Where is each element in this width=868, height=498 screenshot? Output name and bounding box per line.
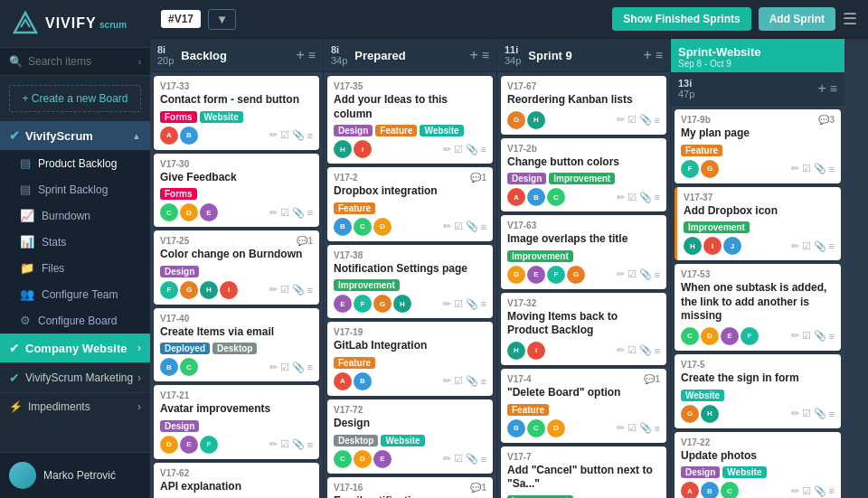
card-V17-7[interactable]: V17-7 Add "Cancel" button next to "Sa...… (501, 446, 666, 498)
sidebar-item-product-backlog[interactable]: ▤ Product Backlog (0, 150, 150, 176)
menu-icon: ≡ (655, 345, 660, 356)
card-V17-21[interactable]: V17-21 Avatar improvements Design DEF ✏ … (154, 385, 319, 459)
attachment-icon: 📎 (814, 163, 826, 174)
edit-icon: ✏ (269, 129, 278, 141)
attachment-icon: 📎 (814, 408, 826, 419)
card-V17-9b[interactable]: V17-9b 💬3 My plan page Feature FG ✏ ☑ 📎 … (675, 109, 841, 183)
avatar: D (507, 266, 525, 284)
col-add-sprint-website[interactable]: + (817, 80, 826, 97)
attachment-icon: 📎 (814, 330, 826, 342)
sidebar-item-configure-team[interactable]: 👥 Configure Team (0, 281, 150, 307)
card-tags: Improvement (334, 279, 486, 291)
col-menu-sprint9[interactable]: ≡ (656, 48, 663, 62)
card-V17-19[interactable]: V17-19 GitLab Integration Feature AB ✏ ☑… (327, 322, 493, 396)
task-icon: ☑ (454, 144, 463, 155)
card-V17-16[interactable]: V17-16 💬1 Email notification improvement… (327, 477, 493, 498)
attachment-icon: 📎 (466, 375, 478, 387)
create-board-button[interactable]: + Create a new Board (9, 85, 141, 112)
card-V17-4[interactable]: V17-4 💬1 "Delete Board" option Feature B… (501, 369, 666, 443)
sidebar-item-sprint-backlog[interactable]: ▤ Sprint Backlog (0, 176, 150, 202)
card-tags: Website (681, 390, 835, 401)
card-V17-37[interactable]: V17-37 Add Dropbox icon Improvement HIJ … (675, 187, 841, 261)
card-V17-22[interactable]: V17-22 Update photos DesignWebsite ABC ✏… (675, 432, 841, 498)
menu-icon: ≡ (481, 221, 486, 232)
task-icon: ☑ (454, 298, 463, 310)
card-tag: Design (160, 420, 199, 432)
col-title-backlog: Backlog (181, 49, 227, 62)
col-menu-sprint-website[interactable]: ≡ (830, 81, 837, 96)
avatar: E (180, 436, 198, 454)
avatar: D (160, 436, 178, 454)
card-V17-25[interactable]: V17-25 💬1 Color change on Burndown Desig… (154, 230, 319, 305)
show-finished-button[interactable]: Show Finished Sprints (612, 7, 750, 31)
col-cards-backlog: V17-33 Contact form - send button FormsW… (150, 72, 323, 498)
card-tag: Design (681, 466, 720, 478)
edit-icon: ✏ (617, 268, 625, 280)
col-add-backlog[interactable]: + (296, 47, 304, 63)
sidebar-item-configure-board[interactable]: ⚙ Configure Board (0, 307, 150, 334)
vivify-marketing-item[interactable]: ✔ VivifyScrum Marketing › (0, 362, 150, 392)
card-V17-40[interactable]: V17-40 Create Items via email DeployedDe… (154, 308, 319, 382)
card-V17-62[interactable]: V17-62 API explanation GHIJ ✏ ☑ 📎 ≡ (154, 463, 319, 498)
vivify-scrum-header[interactable]: ✔ VivifyScrum ▲ (0, 121, 150, 150)
card-title: GitLab Integration (334, 339, 486, 353)
card-V17-30[interactable]: V17-30 Give Feedback Forms CDE ✏ ☑ 📎 ≡ (154, 154, 319, 228)
card-footer: AB ✏ ☑ 📎 ≡ (334, 372, 486, 390)
card-id: V17-32 (507, 298, 536, 308)
search-input[interactable] (28, 55, 133, 68)
menu-icon: ≡ (829, 164, 835, 174)
card-V17-32[interactable]: V17-32 Moving Items back to Product Back… (501, 293, 666, 365)
task-icon: ☑ (627, 192, 637, 203)
search-icon: 🔍 (9, 55, 23, 68)
card-tag: Website (681, 390, 724, 401)
card-tags: Design (160, 420, 313, 432)
card-V17-5[interactable]: V17-5 Create the sign in form Website GH… (675, 354, 841, 428)
card-footer: BCD ✏ ☑ 📎 ≡ (334, 218, 486, 236)
avatar: D (547, 419, 565, 437)
task-icon: ☑ (280, 207, 289, 219)
card-V17-38[interactable]: V17-38 Notification Settings page Improv… (327, 245, 493, 319)
sidebar-item-stats[interactable]: 📊 Stats (0, 229, 150, 255)
card-V17-53[interactable]: V17-53 When one subtask is added, the li… (675, 264, 841, 351)
add-sprint-button[interactable]: Add Sprint (759, 7, 835, 31)
avatar: C (721, 482, 739, 498)
attachment-icon: 📎 (639, 422, 652, 434)
card-id: V17-62 (160, 468, 189, 478)
filter-button[interactable]: ▼ (208, 9, 236, 30)
col-menu-prepared[interactable]: ≡ (482, 48, 489, 62)
edit-icon: ✏ (617, 192, 625, 203)
card-id: V17-37 (684, 193, 712, 202)
card-V17-2b[interactable]: V17-2b Change button colors DesignImprov… (501, 138, 666, 212)
task-icon: ☑ (627, 344, 637, 356)
impediments-item[interactable]: ⚡ Impediments › (0, 392, 150, 420)
card-footer: EFGH ✏ ☑ 📎 ≡ (334, 295, 486, 313)
comment-count: 💬3 (818, 115, 835, 125)
sidebar-item-label: Configure Board (38, 315, 117, 327)
company-website-item[interactable]: ✔ Company Website › (0, 334, 150, 362)
card-V17-2[interactable]: V17-2 💬1 Dropbox integration Feature BCD… (327, 167, 493, 241)
search-go-icon[interactable]: › (138, 57, 141, 67)
edit-icon: ✏ (791, 408, 799, 419)
card-title: My plan page (681, 127, 835, 141)
col-menu-backlog[interactable]: ≡ (308, 48, 316, 62)
card-V17-35[interactable]: V17-35 Add your Ideas to this column Des… (327, 76, 493, 164)
sidebar-item-burndown[interactable]: 📈 Burndown (0, 202, 150, 229)
hamburger-button[interactable]: ☰ (843, 9, 857, 29)
card-V17-33[interactable]: V17-33 Contact form - send button FormsW… (154, 76, 319, 150)
company-website-chevron: › (137, 342, 141, 354)
card-V17-72[interactable]: V17-72 Design DesktopWebsite CDE ✏ ☑ 📎 ≡ (327, 399, 493, 474)
check-icon: ✔ (9, 128, 20, 143)
card-tag: Improvement (549, 173, 615, 184)
sidebar-item-files[interactable]: 📁 Files (0, 255, 150, 281)
task-icon: ☑ (802, 163, 811, 174)
card-id: V17-9b (681, 115, 711, 125)
card-V17-67[interactable]: V17-67 Reordering Kanban lists GH ✏ ☑ 📎 … (501, 76, 666, 135)
col-add-prepared[interactable]: + (469, 47, 477, 63)
card-footer: DEF ✏ ☑ 📎 ≡ (160, 436, 313, 454)
attachment-icon: 📎 (292, 129, 305, 141)
company-website-label: Company Website (25, 342, 127, 355)
avatar: E (527, 266, 545, 284)
menu-icon: ≡ (307, 362, 313, 372)
card-V17-63[interactable]: V17-63 Image overlaps the title Improvem… (501, 215, 666, 289)
col-add-sprint9[interactable]: + (643, 47, 651, 63)
